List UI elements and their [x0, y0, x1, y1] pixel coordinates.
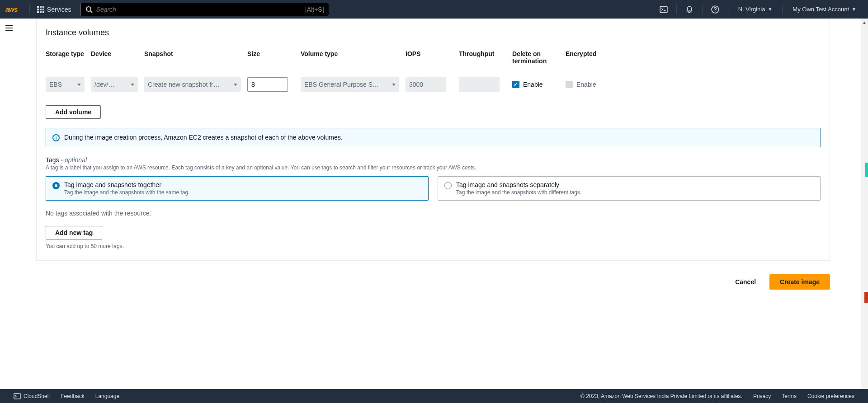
checkbox-icon — [512, 81, 519, 88]
option-subtitle: Tag the image and the snapshots with the… — [64, 189, 190, 196]
tags-heading: Tags - optional — [46, 156, 821, 164]
storage-type-value: EBS — [49, 81, 75, 88]
account-label: My Own Test Account — [793, 6, 849, 13]
aws-logo[interactable]: aws — [5, 5, 18, 13]
search-icon — [85, 6, 93, 13]
size-input[interactable] — [247, 77, 288, 92]
svg-rect-2 — [42, 6, 44, 8]
topnav: aws Services [Alt+S] N. Virginia ▼ My Ow… — [0, 0, 868, 19]
services-button[interactable]: Services — [33, 6, 75, 13]
radio-icon — [444, 182, 452, 189]
chevron-down-icon — [77, 84, 81, 86]
svg-rect-1 — [40, 6, 42, 8]
svg-rect-11 — [660, 6, 667, 13]
info-banner: i During the image creation process, Ama… — [46, 128, 821, 147]
svg-rect-3 — [37, 9, 39, 10]
iops-value: 3000 — [409, 81, 423, 88]
chevron-down-icon — [131, 84, 134, 86]
volumes-card: Instance volumes Storage type Device Sna… — [36, 19, 830, 261]
th-snapshot: Snapshot — [144, 50, 247, 65]
body: Instance volumes Storage type Device Sna… — [0, 19, 868, 389]
th-iops: IOPS — [406, 50, 459, 65]
snapshot-value: Create new snapshot fr… — [148, 81, 231, 88]
radio-icon — [52, 182, 60, 189]
error-tab[interactable] — [864, 292, 868, 303]
delete-on-termination-checkbox[interactable]: Enable — [512, 81, 566, 88]
search-input[interactable] — [96, 6, 305, 13]
device-value: /dev/… — [94, 81, 128, 88]
table-header: Storage type Device Snapshot Size Volume… — [46, 50, 821, 65]
volume-table: Storage type Device Snapshot Size Volume… — [46, 50, 821, 92]
no-tags-message: No tags associated with the resource. — [46, 210, 821, 217]
cloudshell-icon[interactable] — [655, 0, 673, 19]
tag-together-option[interactable]: Tag image and snapshots together Tag the… — [46, 176, 429, 201]
svg-line-10 — [90, 11, 92, 13]
svg-point-9 — [86, 7, 91, 11]
storage-type-select: EBS — [46, 77, 85, 92]
svg-rect-6 — [37, 11, 39, 13]
chevron-down-icon — [234, 84, 237, 86]
delete-label: Enable — [523, 81, 543, 88]
svg-rect-7 — [40, 11, 42, 13]
tag-limit: You can add up to 50 more tags. — [46, 243, 821, 249]
caret-down-icon: ▼ — [852, 7, 856, 12]
account-selector[interactable]: My Own Test Account ▼ — [786, 6, 863, 13]
iops-display: 3000 — [406, 77, 446, 92]
topnav-right: N. Virginia ▼ My Own Test Account ▼ — [655, 0, 863, 19]
option-title: Tag image and snapshots together — [64, 181, 190, 188]
sidebar — [0, 19, 18, 389]
region-label: N. Virginia — [738, 6, 765, 13]
tags-optional: optional — [65, 156, 87, 164]
search-wrapper[interactable]: [Alt+S] — [80, 3, 329, 16]
th-volume-type: Volume type — [301, 50, 406, 65]
svg-rect-5 — [42, 9, 44, 10]
cancel-button[interactable]: Cancel — [727, 274, 764, 290]
checkbox-icon — [566, 81, 573, 88]
help-icon[interactable] — [706, 0, 724, 19]
services-label: Services — [47, 6, 71, 13]
volume-type-select: EBS General Purpose S… — [301, 77, 399, 92]
region-selector[interactable]: N. Virginia ▼ — [732, 6, 779, 13]
divider — [702, 4, 703, 15]
tags-heading-text: Tags - — [46, 156, 65, 164]
th-storage-type: Storage type — [46, 50, 91, 65]
add-tag-button[interactable]: Add new tag — [46, 226, 102, 239]
tags-description: A tag is a label that you assign to an A… — [46, 164, 821, 171]
svg-rect-4 — [40, 9, 42, 10]
tag-separate-option[interactable]: Tag image and snapshots separately Tag t… — [438, 176, 821, 201]
banner-text: During the image creation process, Amazo… — [64, 134, 343, 141]
add-volume-button[interactable]: Add volume — [46, 105, 101, 119]
volume-type-value: EBS General Purpose S… — [304, 81, 389, 88]
encrypted-checkbox: Enable — [566, 81, 602, 88]
table-row: EBS /dev/… Create new snapshot fr… EBS G… — [46, 77, 821, 92]
th-encrypted: Encrypted — [566, 50, 602, 65]
feedback-tab[interactable] — [865, 163, 868, 177]
th-device: Device — [91, 50, 144, 65]
divider — [676, 4, 677, 15]
create-image-button[interactable]: Create image — [769, 274, 830, 290]
notifications-icon[interactable] — [680, 0, 698, 19]
option-subtitle: Tag the image and the snapshots with dif… — [456, 189, 581, 196]
sidebar-toggle[interactable] — [5, 24, 13, 33]
caret-down-icon: ▼ — [768, 7, 772, 12]
divider — [29, 4, 30, 15]
th-delete: Delete on termination — [512, 50, 566, 65]
tag-option-group: Tag image and snapshots together Tag the… — [46, 176, 821, 201]
search-shortcut: [Alt+S] — [305, 6, 324, 13]
option-title: Tag image and snapshots separately — [456, 181, 581, 188]
encrypted-label: Enable — [576, 81, 596, 88]
divider — [782, 4, 783, 15]
content: Instance volumes Storage type Device Sna… — [18, 19, 868, 389]
svg-rect-8 — [42, 11, 44, 13]
scrollbar[interactable]: ▲ — [861, 19, 868, 389]
throughput-display — [459, 77, 500, 92]
snapshot-select: Create new snapshot fr… — [144, 77, 241, 92]
th-size: Size — [247, 50, 301, 65]
chevron-down-icon — [392, 84, 396, 86]
divider — [728, 4, 728, 15]
grid-icon — [37, 6, 44, 13]
device-select: /dev/… — [91, 77, 138, 92]
svg-rect-0 — [37, 6, 39, 8]
scroll-up-icon[interactable]: ▲ — [861, 19, 868, 26]
th-throughput: Throughput — [459, 50, 512, 65]
